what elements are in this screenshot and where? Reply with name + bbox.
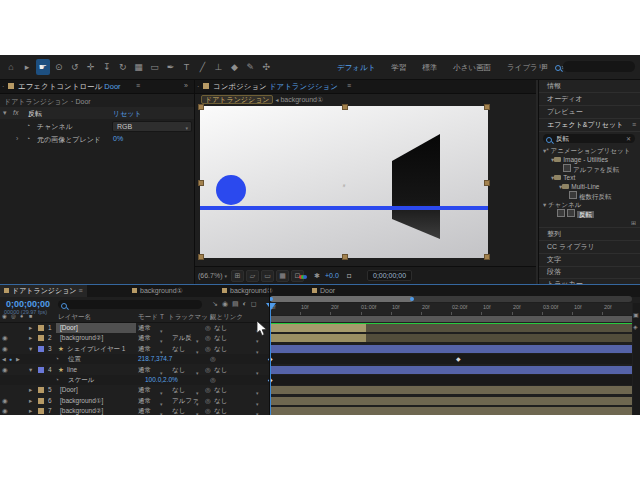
hand-tool-icon[interactable]: ☛: [36, 59, 50, 75]
layer-duration-bar[interactable]: [270, 366, 632, 374]
tree-item-channel[interactable]: ▾ チャンネル: [539, 200, 640, 209]
eraser-tool-icon[interactable]: ◆: [227, 59, 241, 75]
workspace-tab-libraries[interactable]: ライブラリ: [507, 63, 545, 72]
stopwatch-icon[interactable]: ◔: [26, 135, 30, 142]
orbit-camera-tool-icon[interactable]: ↺: [68, 59, 82, 75]
tree-item-multi-line[interactable]: ▾Multi-Line: [539, 182, 640, 191]
label-color-swatch[interactable]: [38, 367, 44, 373]
work-area-bar[interactable]: [270, 316, 632, 322]
panel-header-cc-libraries[interactable]: CC ライブラリ: [539, 241, 640, 254]
effect-reset-link[interactable]: リセット: [113, 109, 142, 119]
kf-next-icon[interactable]: ▶: [16, 354, 20, 364]
layer-row[interactable]: ▸ 5 [Door] 通常▾ なし▾ ◎ なし▾: [0, 385, 269, 395]
property-value[interactable]: 0%: [113, 135, 123, 142]
expand-arrow-icon[interactable]: ▾: [29, 365, 32, 375]
layer-name[interactable]: [background②]: [60, 406, 103, 415]
layer-duration-bar[interactable]: [270, 397, 632, 405]
label-color-swatch[interactable]: [38, 398, 44, 404]
transparency-grid-icon[interactable]: ▦: [276, 270, 289, 282]
clone-stamp-tool-icon[interactable]: ⊥: [211, 59, 225, 75]
parent-dropdown[interactable]: なし: [214, 396, 227, 406]
visibility-eye-icon[interactable]: ◉: [2, 396, 8, 406]
av-audio-icon[interactable]: ◎: [11, 313, 16, 319]
column-mode[interactable]: モード: [138, 313, 158, 322]
stopwatch-icon[interactable]: ◔: [26, 122, 30, 129]
trkmat-dropdown[interactable]: なし: [172, 385, 185, 395]
panel-header-preview[interactable]: プレビュー: [539, 106, 640, 119]
pick-whip-icon[interactable]: ◎: [205, 406, 211, 415]
channel-dropdown[interactable]: RGB▾: [112, 121, 192, 132]
parent-dropdown[interactable]: なし: [214, 365, 227, 375]
composition-tab[interactable]: コンポジション ドアトランジション: [213, 82, 338, 92]
mode-dropdown[interactable]: 通常: [138, 344, 151, 354]
label-color-swatch[interactable]: [38, 408, 44, 414]
layer-duration-bar[interactable]: [366, 334, 632, 342]
home-icon[interactable]: ⌂: [4, 59, 18, 75]
selection-handle[interactable]: [484, 254, 490, 260]
layer-row[interactable]: ◉ ▸ 6 [background①] 通常▾ アルファ▾ ◎ なし▾: [0, 396, 269, 406]
exposure-value[interactable]: +0.0: [325, 272, 339, 279]
puppet-pin-tool-icon[interactable]: ✣: [259, 59, 273, 75]
roto-brush-tool-icon[interactable]: ✎: [243, 59, 257, 75]
selection-handle[interactable]: [342, 254, 348, 260]
expand-arrow-icon[interactable]: ▸: [29, 385, 32, 395]
selection-tool-icon[interactable]: ▸: [20, 59, 34, 75]
time-ruler[interactable]: 0f 10f 20f 01:00f 10f 20f 02:00f 10f 20f…: [270, 303, 632, 315]
workspace-search-input[interactable]: [563, 61, 635, 72]
expand-arrow-icon[interactable]: ▸: [29, 396, 32, 406]
type-tool-icon[interactable]: T: [179, 59, 193, 75]
pick-whip-icon[interactable]: ◎: [205, 365, 211, 375]
dolly-camera-tool-icon[interactable]: ↧: [100, 59, 114, 75]
panel-header-info[interactable]: 情報: [539, 80, 640, 93]
time-navigator[interactable]: [270, 296, 632, 302]
clear-search-icon[interactable]: ✕: [626, 135, 631, 142]
breadcrumb-parent[interactable]: background①: [280, 96, 323, 103]
tree-item-text[interactable]: ▾Text: [539, 173, 640, 182]
timeline-scroll-strip[interactable]: ▣ ◈: [633, 303, 640, 415]
blue-line-shape[interactable]: [200, 206, 488, 210]
grid-guides-icon[interactable]: ⊞: [231, 270, 244, 282]
layer-name[interactable]: シェイプレイヤー 1: [67, 344, 126, 354]
visibility-eye-icon[interactable]: ◉: [2, 333, 8, 343]
region-of-interest-icon[interactable]: ▭: [261, 270, 274, 282]
channel-rgb-icon[interactable]: [299, 273, 307, 280]
expand-arrow-icon[interactable]: ▾: [29, 344, 32, 354]
new-preset-icon[interactable]: ⊞: [631, 219, 636, 226]
mode-dropdown[interactable]: 通常: [138, 385, 151, 395]
pick-whip-icon[interactable]: ◎: [210, 375, 216, 385]
parent-dropdown[interactable]: なし: [214, 385, 227, 395]
selection-handle[interactable]: [198, 104, 204, 110]
layer-name[interactable]: line: [67, 365, 77, 375]
parent-dropdown[interactable]: なし: [214, 323, 227, 333]
playhead-handle[interactable]: [266, 303, 276, 310]
expand-arrow-icon[interactable]: ▸: [29, 406, 32, 415]
pick-whip-icon[interactable]: ◎: [210, 354, 216, 364]
shy-layers-icon[interactable]: ◉: [222, 300, 232, 307]
av-lock-icon[interactable]: ■: [29, 313, 32, 319]
resolution-icon[interactable]: ✱: [314, 272, 320, 280]
trkmat-dropdown[interactable]: なし: [172, 406, 185, 415]
panel-menu-icon[interactable]: ≡: [632, 119, 636, 131]
stopwatch-icon[interactable]: ◔: [55, 375, 59, 385]
workspace-tab-small-screen[interactable]: 小さい画面: [453, 63, 491, 72]
composition-mini-flowchart-icon[interactable]: ↘: [212, 300, 222, 307]
layer-row[interactable]: ◉ ▾ 4 ★ line 通常▾ なし▾ ◎ なし▾: [0, 365, 269, 375]
expand-arrow-icon[interactable]: ▸: [29, 333, 32, 343]
frame-blending-icon[interactable]: ▤: [232, 300, 243, 307]
comp-button-icon[interactable]: ▣: [633, 311, 639, 318]
av-eye-icon[interactable]: ◉: [2, 313, 7, 319]
panel-overflow-icon[interactable]: »: [184, 82, 188, 89]
brush-tool-icon[interactable]: ╱: [195, 59, 209, 75]
workspace-grid-icon[interactable]: ⊞: [541, 62, 548, 71]
current-timecode[interactable]: 0;00;00;00: [6, 299, 50, 309]
motion-blur-icon[interactable]: ◐: [243, 300, 251, 307]
layer-duration-bar[interactable]: [366, 324, 632, 332]
column-parent-link[interactable]: 親とリンク: [210, 313, 243, 322]
layer-name[interactable]: [Door]: [60, 323, 78, 333]
label-color-swatch[interactable]: [38, 325, 44, 331]
parent-dropdown[interactable]: なし: [214, 333, 227, 343]
layer-name[interactable]: [Door]: [60, 385, 78, 395]
snapshot-camera-icon[interactable]: ◘: [347, 272, 351, 279]
layer-name[interactable]: [background①]: [60, 396, 103, 406]
panel-header-audio[interactable]: オーディオ: [539, 93, 640, 106]
